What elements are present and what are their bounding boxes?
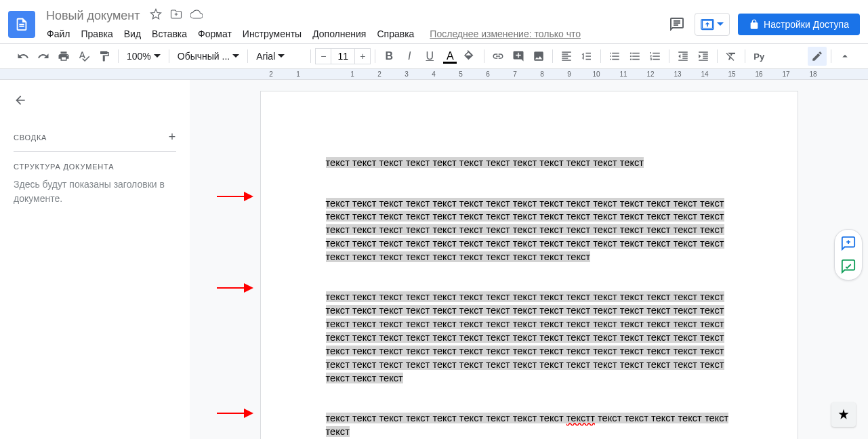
menu-format[interactable]: Формат bbox=[193, 26, 236, 42]
zoom-select[interactable]: 100% bbox=[123, 48, 165, 64]
star-icon[interactable] bbox=[150, 8, 162, 23]
docs-logo[interactable] bbox=[8, 11, 35, 38]
input-tools-button[interactable]: Ру bbox=[749, 47, 768, 66]
outline-label: СТРУКТУРА ДОКУМЕНТА bbox=[14, 152, 176, 177]
add-comment-floating-icon[interactable] bbox=[839, 234, 858, 253]
indent-increase-button[interactable] bbox=[694, 47, 713, 66]
paint-format-button[interactable] bbox=[95, 47, 114, 66]
clear-formatting-button[interactable] bbox=[722, 47, 741, 66]
underline-button[interactable]: U bbox=[420, 47, 439, 66]
numbered-list-button[interactable] bbox=[646, 47, 665, 66]
summary-label: СВОДКА bbox=[14, 133, 47, 142]
outline-sidebar: СВОДКА + СТРУКТУРА ДОКУМЕНТА Здесь будут… bbox=[0, 80, 190, 439]
document-page[interactable]: текст текст текст текст текст текст текс… bbox=[260, 91, 798, 439]
italic-button[interactable]: I bbox=[400, 47, 419, 66]
font-size-increase[interactable]: + bbox=[354, 48, 371, 64]
title-area: Новый документ Файл Правка Вид Вставка Ф… bbox=[42, 7, 667, 42]
ruler[interactable]: 21123456789101112131415161718 bbox=[0, 69, 868, 80]
style-select[interactable]: Обычный ... bbox=[173, 48, 243, 64]
paragraph-1[interactable]: текст текст текст текст текст текст текс… bbox=[326, 157, 644, 168]
menu-view[interactable]: Вид bbox=[119, 26, 146, 42]
annotation-arrow-2 bbox=[217, 283, 253, 293]
menu-edit[interactable]: Правка bbox=[76, 26, 117, 42]
share-button[interactable]: Настройки Доступа bbox=[738, 14, 860, 35]
font-select[interactable]: Arial bbox=[252, 48, 306, 64]
font-size-input[interactable] bbox=[331, 48, 354, 64]
undo-button[interactable] bbox=[14, 47, 33, 66]
text-color-button[interactable]: A bbox=[440, 47, 459, 66]
insert-link-button[interactable] bbox=[489, 47, 508, 66]
share-label: Настройки Доступа bbox=[764, 19, 849, 30]
back-arrow-icon[interactable] bbox=[14, 93, 176, 110]
add-comment-button[interactable] bbox=[509, 47, 528, 66]
menu-bar: Файл Правка Вид Вставка Формат Инструмен… bbox=[42, 26, 667, 42]
hide-menus-button[interactable] bbox=[835, 47, 854, 66]
floating-comment-panel bbox=[834, 229, 863, 280]
move-icon[interactable] bbox=[170, 8, 182, 23]
comments-button[interactable] bbox=[667, 15, 686, 34]
annotation-arrow-1 bbox=[217, 192, 253, 201]
menu-insert[interactable]: Вставка bbox=[147, 26, 192, 42]
line-spacing-button[interactable] bbox=[577, 47, 596, 66]
menu-file[interactable]: Файл bbox=[42, 26, 75, 42]
bold-button[interactable]: B bbox=[379, 47, 398, 66]
add-summary-icon[interactable]: + bbox=[169, 130, 176, 144]
menu-tools[interactable]: Инструменты bbox=[238, 26, 306, 42]
menu-addons[interactable]: Дополнения bbox=[308, 26, 371, 42]
checklist-button[interactable] bbox=[605, 47, 624, 66]
document-title[interactable]: Новый документ bbox=[42, 7, 144, 24]
highlight-color-button[interactable] bbox=[461, 47, 480, 66]
present-button[interactable] bbox=[695, 13, 730, 36]
outline-placeholder: Здесь будут показаны заголовки в докумен… bbox=[14, 177, 176, 206]
explore-button[interactable] bbox=[831, 402, 856, 427]
app-header: Новый документ Файл Правка Вид Вставка Ф… bbox=[0, 0, 868, 43]
menu-help[interactable]: Справка bbox=[372, 26, 419, 42]
document-canvas[interactable]: текст текст текст текст текст текст текс… bbox=[190, 80, 868, 439]
paragraph-4[interactable]: текст текст текст текст текст текст текс… bbox=[326, 413, 729, 437]
align-button[interactable] bbox=[557, 47, 576, 66]
spellcheck-button[interactable] bbox=[75, 47, 94, 66]
last-edit-link[interactable]: Последнее изменение: только что bbox=[430, 28, 581, 39]
font-size-decrease[interactable]: − bbox=[315, 48, 331, 64]
font-size-control: − + bbox=[315, 48, 371, 64]
insert-image-button[interactable] bbox=[529, 47, 548, 66]
paragraph-2[interactable]: текст текст текст текст текст текст текс… bbox=[326, 198, 724, 262]
editing-mode-button[interactable] bbox=[808, 47, 827, 66]
cloud-icon[interactable] bbox=[190, 8, 203, 23]
paragraph-3[interactable]: текст текст текст текст текст текст текс… bbox=[326, 291, 724, 383]
redo-button[interactable] bbox=[34, 47, 53, 66]
indent-decrease-button[interactable] bbox=[674, 47, 693, 66]
toolbar: 100% Обычный ... Arial − + B I U A Ру bbox=[0, 43, 868, 69]
print-button[interactable] bbox=[54, 47, 73, 66]
bullet-list-button[interactable] bbox=[625, 47, 644, 66]
annotation-arrow-3 bbox=[217, 409, 253, 418]
suggest-edit-floating-icon[interactable] bbox=[839, 257, 858, 276]
